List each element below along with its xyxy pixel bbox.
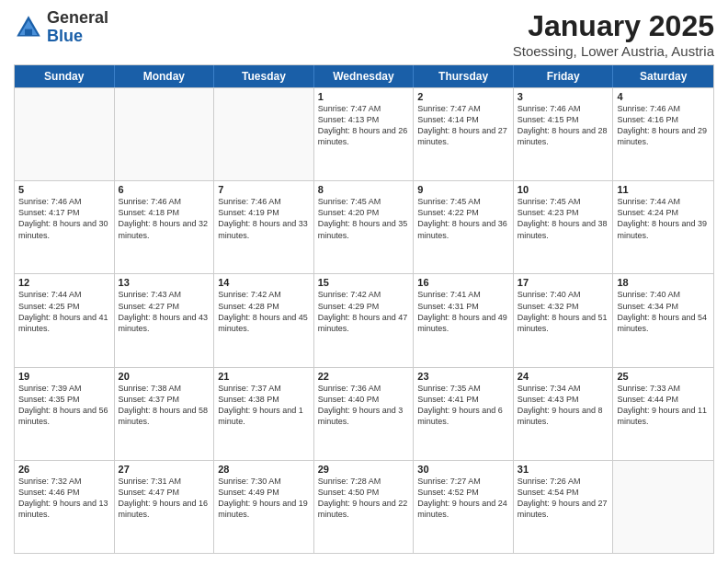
calendar-cell: 9Sunrise: 7:45 AM Sunset: 4:22 PM Daylig…: [414, 181, 514, 273]
day-number: 25: [617, 371, 710, 382]
day-number: 14: [218, 277, 310, 288]
cell-info: Sunrise: 7:33 AM Sunset: 4:44 PM Dayligh…: [617, 383, 710, 428]
cell-info: Sunrise: 7:26 AM Sunset: 4:54 PM Dayligh…: [518, 476, 609, 521]
cell-info: Sunrise: 7:31 AM Sunset: 4:47 PM Dayligh…: [119, 476, 210, 521]
calendar-header: SundayMondayTuesdayWednesdayThursdayFrid…: [15, 65, 713, 87]
logo: General Blue: [14, 9, 108, 46]
title-section: January 2025 Stoessing, Lower Austria, A…: [513, 9, 714, 59]
header-day-friday: Friday: [514, 65, 614, 87]
calendar-week-1: 1Sunrise: 7:47 AM Sunset: 4:13 PM Daylig…: [15, 87, 713, 180]
day-number: 26: [18, 464, 110, 475]
cell-info: Sunrise: 7:46 AM Sunset: 4:16 PM Dayligh…: [617, 103, 710, 148]
header-day-thursday: Thursday: [414, 65, 514, 87]
calendar-cell: 15Sunrise: 7:42 AM Sunset: 4:29 PM Dayli…: [314, 274, 415, 366]
day-number: 24: [518, 371, 609, 382]
calendar-cell: 6Sunrise: 7:46 AM Sunset: 4:18 PM Daylig…: [115, 181, 215, 273]
calendar-cell: [613, 461, 713, 553]
day-number: 20: [119, 371, 210, 382]
calendar-cell: 1Sunrise: 7:47 AM Sunset: 4:13 PM Daylig…: [314, 88, 415, 180]
calendar-cell: 25Sunrise: 7:33 AM Sunset: 4:44 PM Dayli…: [613, 368, 713, 460]
cell-info: Sunrise: 7:40 AM Sunset: 4:32 PM Dayligh…: [518, 289, 609, 334]
calendar-week-4: 19Sunrise: 7:39 AM Sunset: 4:35 PM Dayli…: [15, 367, 713, 460]
cell-info: Sunrise: 7:39 AM Sunset: 4:35 PM Dayligh…: [18, 383, 110, 428]
calendar-week-3: 12Sunrise: 7:44 AM Sunset: 4:25 PM Dayli…: [15, 273, 713, 366]
day-number: 10: [518, 184, 609, 195]
calendar-cell: 10Sunrise: 7:45 AM Sunset: 4:23 PM Dayli…: [514, 181, 614, 273]
day-number: 4: [617, 91, 710, 102]
day-number: 11: [617, 184, 710, 195]
calendar-cell: 30Sunrise: 7:27 AM Sunset: 4:52 PM Dayli…: [414, 461, 514, 553]
day-number: 17: [518, 277, 609, 288]
location-title: Stoessing, Lower Austria, Austria: [513, 43, 714, 59]
day-number: 18: [617, 277, 710, 288]
cell-info: Sunrise: 7:46 AM Sunset: 4:17 PM Dayligh…: [18, 196, 110, 241]
day-number: 29: [318, 464, 410, 475]
cell-info: Sunrise: 7:46 AM Sunset: 4:15 PM Dayligh…: [518, 103, 609, 148]
calendar-cell: 19Sunrise: 7:39 AM Sunset: 4:35 PM Dayli…: [15, 368, 115, 460]
calendar-cell: 8Sunrise: 7:45 AM Sunset: 4:20 PM Daylig…: [314, 181, 415, 273]
day-number: 3: [518, 91, 609, 102]
calendar-cell: 12Sunrise: 7:44 AM Sunset: 4:25 PM Dayli…: [15, 274, 115, 366]
calendar-body: 1Sunrise: 7:47 AM Sunset: 4:13 PM Daylig…: [15, 87, 713, 553]
day-number: 28: [218, 464, 310, 475]
day-number: 27: [119, 464, 210, 475]
calendar-cell: [115, 88, 215, 180]
cell-info: Sunrise: 7:27 AM Sunset: 4:52 PM Dayligh…: [417, 476, 509, 521]
calendar-cell: 18Sunrise: 7:40 AM Sunset: 4:34 PM Dayli…: [613, 274, 713, 366]
calendar-week-2: 5Sunrise: 7:46 AM Sunset: 4:17 PM Daylig…: [15, 180, 713, 273]
day-number: 8: [318, 184, 410, 195]
day-number: 13: [119, 277, 210, 288]
day-number: 2: [417, 91, 509, 102]
day-number: 7: [218, 184, 310, 195]
day-number: 9: [417, 184, 509, 195]
cell-info: Sunrise: 7:40 AM Sunset: 4:34 PM Dayligh…: [617, 289, 710, 334]
cell-info: Sunrise: 7:46 AM Sunset: 4:18 PM Dayligh…: [119, 196, 210, 241]
cell-info: Sunrise: 7:43 AM Sunset: 4:27 PM Dayligh…: [119, 289, 210, 334]
cell-info: Sunrise: 7:36 AM Sunset: 4:40 PM Dayligh…: [318, 383, 410, 428]
day-number: 22: [318, 371, 410, 382]
day-number: 16: [417, 277, 509, 288]
cell-info: Sunrise: 7:44 AM Sunset: 4:24 PM Dayligh…: [617, 196, 710, 241]
cell-info: Sunrise: 7:37 AM Sunset: 4:38 PM Dayligh…: [218, 383, 310, 428]
day-number: 12: [18, 277, 110, 288]
calendar-cell: 11Sunrise: 7:44 AM Sunset: 4:24 PM Dayli…: [613, 181, 713, 273]
day-number: 31: [518, 464, 609, 475]
calendar-cell: 16Sunrise: 7:41 AM Sunset: 4:31 PM Dayli…: [414, 274, 514, 366]
header-day-monday: Monday: [115, 65, 215, 87]
cell-info: Sunrise: 7:28 AM Sunset: 4:50 PM Dayligh…: [318, 476, 410, 521]
cell-info: Sunrise: 7:45 AM Sunset: 4:20 PM Dayligh…: [318, 196, 410, 241]
calendar-cell: 17Sunrise: 7:40 AM Sunset: 4:32 PM Dayli…: [514, 274, 614, 366]
logo-general-text: General: [47, 9, 108, 28]
header-day-saturday: Saturday: [613, 65, 713, 87]
cell-info: Sunrise: 7:32 AM Sunset: 4:46 PM Dayligh…: [18, 476, 110, 521]
cell-info: Sunrise: 7:42 AM Sunset: 4:29 PM Dayligh…: [318, 289, 410, 334]
cell-info: Sunrise: 7:35 AM Sunset: 4:41 PM Dayligh…: [417, 383, 509, 428]
day-number: 30: [417, 464, 509, 475]
header-day-wednesday: Wednesday: [314, 65, 415, 87]
calendar-cell: 2Sunrise: 7:47 AM Sunset: 4:14 PM Daylig…: [414, 88, 514, 180]
header-day-tuesday: Tuesday: [214, 65, 314, 87]
day-number: 19: [18, 371, 110, 382]
calendar: SundayMondayTuesdayWednesdayThursdayFrid…: [14, 64, 714, 554]
calendar-cell: 20Sunrise: 7:38 AM Sunset: 4:37 PM Dayli…: [115, 368, 215, 460]
calendar-cell: 28Sunrise: 7:30 AM Sunset: 4:49 PM Dayli…: [214, 461, 314, 553]
calendar-cell: 4Sunrise: 7:46 AM Sunset: 4:16 PM Daylig…: [613, 88, 713, 180]
cell-info: Sunrise: 7:47 AM Sunset: 4:14 PM Dayligh…: [417, 103, 509, 148]
calendar-cell: 27Sunrise: 7:31 AM Sunset: 4:47 PM Dayli…: [115, 461, 215, 553]
day-number: 21: [218, 371, 310, 382]
calendar-cell: 3Sunrise: 7:46 AM Sunset: 4:15 PM Daylig…: [514, 88, 614, 180]
day-number: 15: [318, 277, 410, 288]
header-day-sunday: Sunday: [15, 65, 115, 87]
calendar-cell: 5Sunrise: 7:46 AM Sunset: 4:17 PM Daylig…: [15, 181, 115, 273]
calendar-cell: [214, 88, 314, 180]
cell-info: Sunrise: 7:47 AM Sunset: 4:13 PM Dayligh…: [318, 103, 410, 148]
day-number: 23: [417, 371, 509, 382]
day-number: 1: [318, 91, 410, 102]
calendar-cell: 24Sunrise: 7:34 AM Sunset: 4:43 PM Dayli…: [514, 368, 614, 460]
calendar-cell: 22Sunrise: 7:36 AM Sunset: 4:40 PM Dayli…: [314, 368, 415, 460]
cell-info: Sunrise: 7:34 AM Sunset: 4:43 PM Dayligh…: [518, 383, 609, 428]
cell-info: Sunrise: 7:45 AM Sunset: 4:23 PM Dayligh…: [518, 196, 609, 241]
calendar-cell: 23Sunrise: 7:35 AM Sunset: 4:41 PM Dayli…: [414, 368, 514, 460]
calendar-cell: [15, 88, 115, 180]
cell-info: Sunrise: 7:42 AM Sunset: 4:28 PM Dayligh…: [218, 289, 310, 334]
